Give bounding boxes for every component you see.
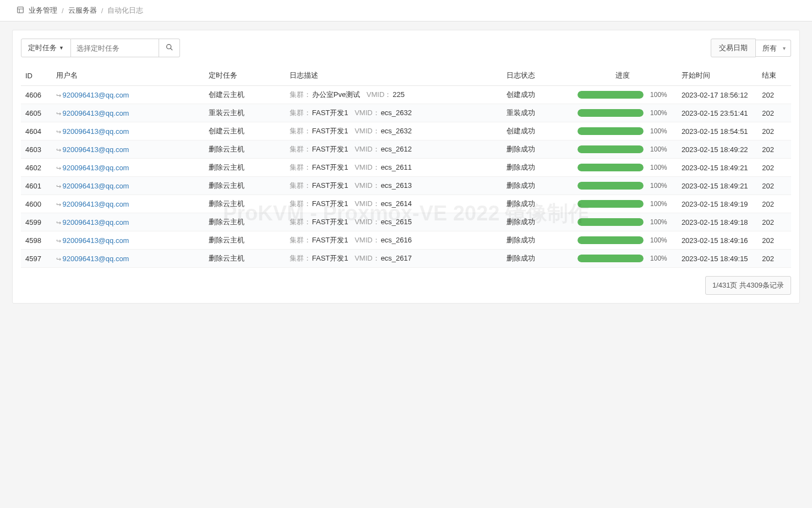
cell-user: ↪920096413@qq.com bbox=[52, 86, 205, 104]
cell-user: ↪920096413@qq.com bbox=[52, 104, 205, 122]
date-filter-label: 交易日期 bbox=[711, 39, 756, 57]
vmid-value: ecs_2612 bbox=[381, 145, 412, 153]
cell-status: 删除成功 bbox=[502, 231, 569, 250]
progress-bar bbox=[577, 236, 644, 244]
progress-bar bbox=[577, 200, 644, 208]
th-end: 结束 bbox=[757, 66, 791, 86]
toolbar: 定时任务 ▼ 交易日期 所有 bbox=[21, 39, 791, 57]
progress-bar bbox=[577, 91, 644, 99]
user-link[interactable]: 920096413@qq.com bbox=[63, 218, 129, 226]
progress-text: 100% bbox=[649, 182, 668, 190]
breadcrumb-item-2[interactable]: 云服务器 bbox=[68, 6, 97, 15]
cluster-label: 集群： bbox=[290, 145, 311, 153]
table-row: 4605 ↪920096413@qq.com 重装云主机 集群：FAST开发1 … bbox=[21, 104, 791, 122]
filter-input[interactable] bbox=[71, 39, 159, 57]
progress-text: 100% bbox=[649, 127, 668, 135]
page-info[interactable]: 1/431页 共4309条记录 bbox=[705, 276, 791, 295]
user-link[interactable]: 920096413@qq.com bbox=[63, 109, 129, 117]
content-panel: 定时任务 ▼ 交易日期 所有 ID bbox=[12, 30, 800, 304]
user-link[interactable]: 920096413@qq.com bbox=[63, 145, 129, 154]
cell-desc: 集群：办公室Pve测试 VMID：225 bbox=[285, 86, 502, 104]
progress-bar bbox=[577, 127, 644, 135]
vmid-value: ecs_2611 bbox=[381, 163, 412, 171]
cluster-label: 集群： bbox=[290, 127, 311, 135]
cell-end: 202 bbox=[757, 231, 791, 250]
cell-desc: 集群：FAST开发1 VMID：ecs_2632 bbox=[285, 122, 502, 140]
progress-bar bbox=[577, 218, 644, 226]
th-id: ID bbox=[21, 66, 52, 86]
cell-end: 202 bbox=[757, 177, 791, 195]
progress-text: 100% bbox=[649, 145, 668, 153]
cell-status: 删除成功 bbox=[502, 250, 569, 268]
cell-user: ↪920096413@qq.com bbox=[52, 231, 205, 250]
cell-id: 4600 bbox=[21, 195, 52, 213]
table-row: 4604 ↪920096413@qq.com 创建云主机 集群：FAST开发1 … bbox=[21, 122, 791, 140]
th-task: 定时任务 bbox=[204, 66, 285, 86]
cell-end: 202 bbox=[757, 122, 791, 140]
breadcrumb-item-1[interactable]: 业务管理 bbox=[29, 6, 57, 15]
cell-status: 删除成功 bbox=[502, 140, 569, 159]
cluster-label: 集群： bbox=[290, 163, 311, 171]
user-link[interactable]: 920096413@qq.com bbox=[63, 200, 129, 208]
external-link-icon: ↪ bbox=[56, 128, 61, 135]
cell-status: 重装成功 bbox=[502, 104, 569, 122]
filter-dropdown-button[interactable]: 定时任务 ▼ bbox=[21, 39, 71, 57]
table-row: 4598 ↪920096413@qq.com 删除云主机 集群：FAST开发1 … bbox=[21, 231, 791, 250]
cell-end: 202 bbox=[757, 86, 791, 104]
cell-desc: 集群：FAST开发1 VMID：ecs_2616 bbox=[285, 231, 502, 250]
search-icon bbox=[166, 44, 173, 52]
cell-desc: 集群：FAST开发1 VMID：ecs_2615 bbox=[285, 213, 502, 231]
cluster-value: FAST开发1 bbox=[312, 236, 348, 244]
progress-text: 100% bbox=[649, 91, 668, 99]
cell-end: 202 bbox=[757, 250, 791, 268]
cell-user: ↪920096413@qq.com bbox=[52, 140, 205, 159]
cell-desc: 集群：FAST开发1 VMID：ecs_2613 bbox=[285, 177, 502, 195]
cluster-label: 集群： bbox=[290, 199, 311, 208]
cell-task: 创建云主机 bbox=[204, 86, 285, 104]
table-header-row: ID 用户名 定时任务 日志描述 日志状态 进度 开始时间 结束 bbox=[21, 66, 791, 86]
user-link[interactable]: 920096413@qq.com bbox=[63, 236, 129, 245]
cell-task: 重装云主机 bbox=[204, 104, 285, 122]
user-link[interactable]: 920096413@qq.com bbox=[63, 182, 129, 190]
cell-start: 2023-02-15 18:49:16 bbox=[677, 231, 757, 250]
external-link-icon: ↪ bbox=[56, 183, 61, 190]
cell-desc: 集群：FAST开发1 VMID：ecs_2611 bbox=[285, 159, 502, 177]
vmid-label: VMID： bbox=[355, 199, 380, 208]
table-row: 4606 ↪920096413@qq.com 创建云主机 集群：办公室Pve测试… bbox=[21, 86, 791, 104]
table-row: 4600 ↪920096413@qq.com 删除云主机 集群：FAST开发1 … bbox=[21, 195, 791, 213]
user-link[interactable]: 920096413@qq.com bbox=[63, 91, 129, 99]
toolbar-right: 交易日期 所有 bbox=[711, 39, 791, 57]
cell-task: 删除云主机 bbox=[204, 140, 285, 159]
cell-start: 2023-02-15 18:49:19 bbox=[677, 195, 757, 213]
date-filter-select[interactable]: 所有 bbox=[756, 40, 791, 57]
vmid-value: ecs_2616 bbox=[381, 236, 412, 244]
table-row: 4597 ↪920096413@qq.com 删除云主机 集群：FAST开发1 … bbox=[21, 250, 791, 268]
user-link[interactable]: 920096413@qq.com bbox=[63, 255, 129, 263]
cluster-value: FAST开发1 bbox=[312, 254, 348, 262]
search-button[interactable] bbox=[159, 39, 180, 57]
cell-start: 2023-02-17 18:56:12 bbox=[677, 86, 757, 104]
cell-status: 删除成功 bbox=[502, 195, 569, 213]
vmid-value: ecs_2632 bbox=[381, 109, 412, 117]
cluster-value: FAST开发1 bbox=[312, 127, 348, 135]
breadcrumb-sep: / bbox=[101, 7, 103, 15]
progress-bar bbox=[577, 164, 644, 171]
cluster-label: 集群： bbox=[290, 90, 311, 99]
cell-task: 删除云主机 bbox=[204, 159, 285, 177]
cell-user: ↪920096413@qq.com bbox=[52, 250, 205, 268]
vmid-value: 225 bbox=[393, 90, 405, 99]
cell-progress: 100% bbox=[569, 250, 677, 268]
cell-status: 删除成功 bbox=[502, 213, 569, 231]
user-link[interactable]: 920096413@qq.com bbox=[63, 164, 129, 172]
cluster-value: 办公室Pve测试 bbox=[312, 90, 360, 99]
cluster-label: 集群： bbox=[290, 236, 311, 244]
cell-progress: 100% bbox=[569, 159, 677, 177]
progress-text: 100% bbox=[649, 109, 668, 117]
cluster-value: FAST开发1 bbox=[312, 109, 348, 117]
cell-user: ↪920096413@qq.com bbox=[52, 177, 205, 195]
external-link-icon: ↪ bbox=[56, 92, 61, 99]
user-link[interactable]: 920096413@qq.com bbox=[63, 127, 129, 136]
cell-id: 4603 bbox=[21, 140, 52, 159]
vmid-value: ecs_2617 bbox=[381, 254, 412, 262]
progress-text: 100% bbox=[649, 164, 668, 171]
